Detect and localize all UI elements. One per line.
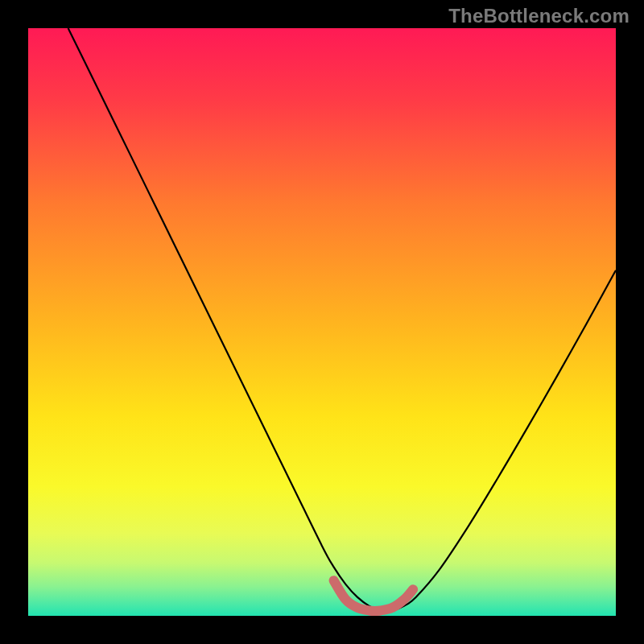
chart-svg <box>28 28 616 616</box>
chart-plot-area <box>28 28 616 616</box>
gradient-background <box>28 28 616 616</box>
chart-frame: TheBottleneck.com <box>0 0 644 644</box>
watermark-text: TheBottleneck.com <box>448 5 630 27</box>
